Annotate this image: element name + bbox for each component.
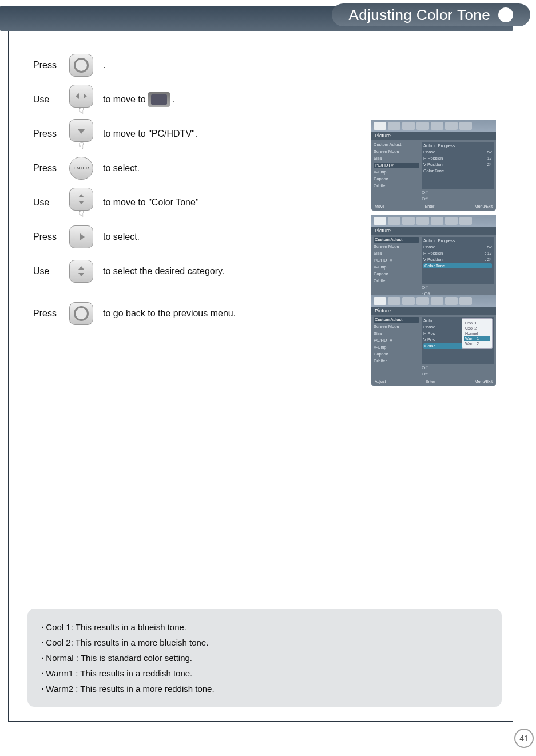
hand-icon: ☟ xyxy=(78,143,84,149)
note-item: Cool 2: This results in a more blueish t… xyxy=(41,635,488,650)
step-row: Use ☟ to move to . xyxy=(16,82,513,117)
down-button-icon xyxy=(69,119,93,142)
step-text: to go back to the previous menu. xyxy=(103,308,236,319)
step-row: Press ENTER to select. xyxy=(16,151,513,185)
step-verb: Use xyxy=(33,266,65,276)
right-button-icon xyxy=(69,225,93,248)
svg-marker-7 xyxy=(78,273,84,276)
notes-box: Cool 1: This results in a blueish tone. … xyxy=(27,609,502,707)
note-item: Cool 1: This results in a blueish tone. xyxy=(41,619,488,635)
svg-marker-3 xyxy=(78,194,84,197)
step-text: to select the desired category. xyxy=(103,266,224,276)
step-verb: Press xyxy=(33,60,65,70)
page-title: Adjusting Color Tone xyxy=(349,6,490,24)
step-verb: Press xyxy=(33,308,65,319)
svg-marker-5 xyxy=(80,233,85,240)
svg-marker-2 xyxy=(78,129,85,134)
step-text: to move to "Color Tone" xyxy=(103,197,199,208)
osd-popup-item-highlight: Warm 1 xyxy=(464,336,490,341)
osd-left-item: Size xyxy=(374,331,419,337)
osd-left-item: Orbiter xyxy=(374,358,419,364)
step-row: Use to select the desired category. xyxy=(16,254,513,288)
up-down-button-icon xyxy=(69,188,93,211)
menu-button-icon xyxy=(69,302,93,325)
step-row: Use ☟ to move to "Color Tone" xyxy=(16,185,513,220)
note-item: Normal : This is standard color setting. xyxy=(41,650,488,666)
frame-bottom-line xyxy=(8,721,513,722)
osd-extra: Off xyxy=(422,365,494,370)
menu-button-icon xyxy=(69,54,93,77)
note-item: Warm2 : This results in a more reddish t… xyxy=(41,681,488,696)
step-row: Press ☟ to move to "PC/HDTV". xyxy=(16,117,513,151)
osd-left-item: V-Chip xyxy=(374,345,419,350)
svg-marker-4 xyxy=(78,201,84,204)
svg-marker-1 xyxy=(84,93,87,99)
step-verb: Press xyxy=(33,129,65,139)
osd-footer-exit: Menu/Exit xyxy=(475,379,493,383)
hand-icon: ☟ xyxy=(78,109,84,114)
osd-popup-item: Normal xyxy=(464,331,490,336)
step-verb: Press xyxy=(33,232,65,242)
step-text: to move to "PC/HDTV". xyxy=(103,129,197,139)
step-text: to select. xyxy=(103,163,140,173)
svg-marker-0 xyxy=(76,93,79,99)
step-row: Press . xyxy=(16,48,513,82)
step-verb: Use xyxy=(33,94,65,105)
page-number: 41 xyxy=(514,729,534,748)
steps-list: Press . Use ☟ xyxy=(16,48,513,331)
picture-mode-icon xyxy=(148,92,170,107)
osd-left-item: PC/HDTV xyxy=(374,338,419,343)
step-text: to select. xyxy=(103,232,140,242)
note-item: Warm1 : This results in a reddish tone. xyxy=(41,666,488,681)
step-verb: Press xyxy=(33,163,65,173)
step-row: Press to select. xyxy=(16,220,513,254)
osd-left-item: Caption xyxy=(374,351,419,357)
osd-popup-item: Warm 2 xyxy=(464,341,490,346)
header-circle-icon xyxy=(498,7,513,22)
frame-left-line xyxy=(8,31,9,722)
header-tab: Adjusting Color Tone xyxy=(332,3,530,26)
content-area: Picture Custom Adjust Screen Mode Size P… xyxy=(16,48,513,716)
svg-marker-6 xyxy=(78,266,84,270)
osd-footer-enter: Enter xyxy=(426,379,435,383)
page: Adjusting Color Tone Picture Custom Adju… xyxy=(0,0,536,756)
left-right-button-icon xyxy=(69,85,93,108)
enter-button-icon: ENTER xyxy=(69,157,93,180)
step-row: Press to go back to the previous menu. xyxy=(16,296,513,331)
step-verb: Use xyxy=(33,197,65,208)
osd-extra: Off xyxy=(422,371,494,377)
step-text: . xyxy=(103,60,105,70)
hand-icon: ☟ xyxy=(78,212,84,217)
osd-footer-adjust: Adjust xyxy=(375,379,386,383)
step-text: to move to . xyxy=(103,92,174,107)
up-down-button-icon xyxy=(69,260,93,283)
osd-footer: Adjust Enter Menu/Exit xyxy=(371,378,496,385)
